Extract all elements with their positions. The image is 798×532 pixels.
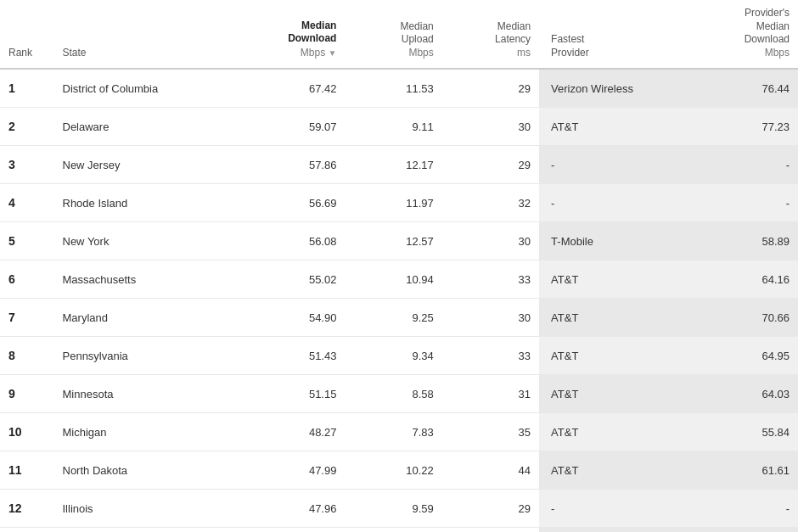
- cell-state: Minnesota: [54, 375, 227, 413]
- table-row: 5 New York 56.08 12.57 30 T-Mobile 58.89: [0, 222, 798, 260]
- cell-rank: 9: [0, 375, 54, 413]
- cell-fastest: T-Mobile: [539, 222, 690, 260]
- cell-fastest: AT&T: [539, 108, 690, 146]
- table-row: 13 Connecticut 47.83 9.18 34 T-Mobile 57…: [0, 528, 798, 532]
- cell-provider-dl: 58.89: [690, 222, 798, 260]
- cell-download: 56.08: [227, 222, 346, 260]
- cell-latency: 29: [442, 490, 539, 528]
- cell-state: Connecticut: [54, 528, 227, 532]
- cell-download: 47.99: [227, 451, 346, 490]
- cell-latency: 32: [442, 184, 539, 222]
- table-body: 1 District of Columbia 67.42 11.53 29 Ve…: [0, 69, 798, 532]
- col-header-upload: Median Upload Mbps: [345, 0, 441, 69]
- cell-provider-dl: 61.61: [690, 451, 798, 490]
- cell-rank: 5: [0, 222, 54, 260]
- cell-upload: 7.83: [345, 413, 441, 451]
- table-row: 1 District of Columbia 67.42 11.53 29 Ve…: [0, 69, 798, 108]
- cell-rank: 4: [0, 184, 54, 222]
- cell-fastest: AT&T: [539, 375, 690, 413]
- sort-arrow-download[interactable]: ▼: [329, 48, 337, 59]
- cell-state: District of Columbia: [54, 69, 227, 108]
- cell-fastest: -: [539, 184, 690, 222]
- rankings-table: Rank State Median Download Mbps ▼ Median…: [0, 0, 798, 532]
- cell-fastest: AT&T: [539, 260, 690, 299]
- col-header-state: State: [54, 0, 227, 69]
- cell-provider-dl: -: [690, 146, 798, 184]
- table-row: 10 Michigan 48.27 7.83 35 AT&T 55.84: [0, 413, 798, 451]
- cell-state: New York: [54, 222, 227, 260]
- cell-latency: 29: [442, 146, 539, 184]
- cell-rank: 1: [0, 69, 54, 108]
- cell-rank: 11: [0, 451, 54, 490]
- cell-download: 55.02: [227, 260, 346, 299]
- cell-state: North Dakota: [54, 451, 227, 490]
- cell-upload: 9.18: [345, 528, 441, 532]
- cell-fastest: AT&T: [539, 299, 690, 337]
- cell-upload: 9.25: [345, 299, 441, 337]
- table-row: 2 Delaware 59.07 9.11 30 AT&T 77.23: [0, 108, 798, 146]
- cell-state: Massachusetts: [54, 260, 227, 299]
- cell-download: 54.90: [227, 299, 346, 337]
- cell-fastest: AT&T: [539, 337, 690, 375]
- main-table-container: Rank State Median Download Mbps ▼ Median…: [0, 0, 798, 532]
- cell-provider-dl: -: [690, 490, 798, 528]
- cell-provider-dl: 64.03: [690, 375, 798, 413]
- cell-download: 57.86: [227, 146, 346, 184]
- cell-rank: 10: [0, 413, 54, 451]
- cell-download: 51.43: [227, 337, 346, 375]
- cell-rank: 8: [0, 337, 54, 375]
- cell-upload: 11.97: [345, 184, 441, 222]
- table-row: 7 Maryland 54.90 9.25 30 AT&T 70.66: [0, 299, 798, 337]
- cell-upload: 8.58: [345, 375, 441, 413]
- cell-state: Illinois: [54, 490, 227, 528]
- cell-latency: 29: [442, 69, 539, 108]
- cell-state: Michigan: [54, 413, 227, 451]
- cell-rank: 13: [0, 528, 54, 532]
- cell-state: New Jersey: [54, 146, 227, 184]
- col-header-latency: Median Latency ms: [442, 0, 539, 69]
- table-row: 8 Pennsylvania 51.43 9.34 33 AT&T 64.95: [0, 337, 798, 375]
- cell-state: Maryland: [54, 299, 227, 337]
- cell-download: 51.15: [227, 375, 346, 413]
- cell-fastest: -: [539, 146, 690, 184]
- table-row: 12 Illinois 47.96 9.59 29 - -: [0, 490, 798, 528]
- cell-provider-dl: 77.23: [690, 108, 798, 146]
- cell-state: Delaware: [54, 108, 227, 146]
- cell-upload: 12.57: [345, 222, 441, 260]
- col-header-rank: Rank: [0, 0, 54, 69]
- cell-latency: 35: [442, 413, 539, 451]
- table-header-row: Rank State Median Download Mbps ▼ Median…: [0, 0, 798, 69]
- cell-download: 47.96: [227, 490, 346, 528]
- cell-state: Pennsylvania: [54, 337, 227, 375]
- table-row: 9 Minnesota 51.15 8.58 31 AT&T 64.03: [0, 375, 798, 413]
- cell-fastest: AT&T: [539, 413, 690, 451]
- cell-latency: 34: [442, 528, 539, 532]
- table-row: 11 North Dakota 47.99 10.22 44 AT&T 61.6…: [0, 451, 798, 490]
- cell-download: 47.83: [227, 528, 346, 532]
- cell-download: 48.27: [227, 413, 346, 451]
- cell-latency: 33: [442, 260, 539, 299]
- cell-download: 67.42: [227, 69, 346, 108]
- cell-upload: 9.59: [345, 490, 441, 528]
- cell-upload: 12.17: [345, 146, 441, 184]
- cell-provider-dl: 55.84: [690, 413, 798, 451]
- cell-fastest: -: [539, 490, 690, 528]
- cell-fastest: T-Mobile: [539, 528, 690, 532]
- col-header-download[interactable]: Median Download Mbps ▼: [227, 0, 346, 69]
- cell-provider-dl: 70.66: [690, 299, 798, 337]
- cell-rank: 2: [0, 108, 54, 146]
- table-row: 3 New Jersey 57.86 12.17 29 - -: [0, 146, 798, 184]
- cell-download: 59.07: [227, 108, 346, 146]
- cell-provider-dl: 64.16: [690, 260, 798, 299]
- cell-upload: 10.22: [345, 451, 441, 490]
- cell-latency: 30: [442, 108, 539, 146]
- cell-fastest: Verizon Wireless: [539, 69, 690, 108]
- col-header-fastest: Fastest Provider: [539, 0, 690, 69]
- cell-latency: 31: [442, 375, 539, 413]
- cell-download: 56.69: [227, 184, 346, 222]
- cell-latency: 44: [442, 451, 539, 490]
- cell-provider-dl: -: [690, 184, 798, 222]
- cell-provider-dl: 76.44: [690, 69, 798, 108]
- cell-fastest: AT&T: [539, 451, 690, 490]
- table-row: 4 Rhode Island 56.69 11.97 32 - -: [0, 184, 798, 222]
